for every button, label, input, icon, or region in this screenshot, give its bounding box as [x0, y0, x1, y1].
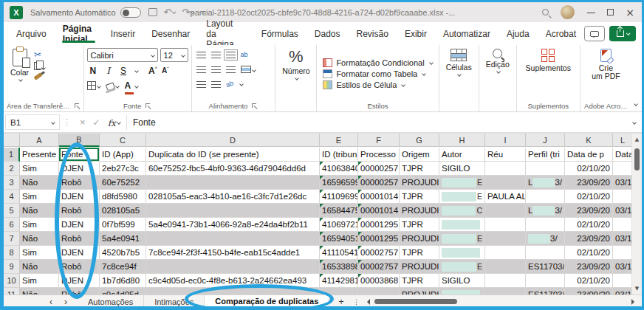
cell-L6[interactable] — [613, 218, 633, 232]
horizontal-scroll-thumb[interactable] — [374, 299, 457, 304]
cell-J9[interactable]: ES11703/ — [526, 260, 565, 274]
formula-input[interactable]: Fonte — [127, 117, 631, 128]
addins-button[interactable]: Suplementos — [522, 47, 575, 100]
cell-D8[interactable]: 7c8ce94f-2f3f-4150-b4fe-eab15c4adde1 — [146, 246, 320, 260]
cell-E2[interactable]: 41063840 — [320, 162, 358, 176]
cell-H3[interactable]: E — [439, 176, 485, 190]
sheet-tab-comparação-de-duplicatas[interactable]: Comparação de duplicatas — [205, 295, 329, 308]
cell-H11[interactable] — [439, 288, 485, 294]
editing-dropdown-icon[interactable] — [496, 69, 501, 74]
ribbon-tab-ajuda[interactable]: Ajuda — [499, 22, 538, 45]
sheet-tab-intimações[interactable]: Intimações — [144, 295, 205, 308]
cell-I6[interactable] — [485, 218, 526, 232]
cell-H10[interactable]: SIGILO — [439, 274, 485, 288]
ribbon-tab-fórmulas[interactable]: Fórmulas — [253, 22, 306, 45]
maximize-icon[interactable] — [607, 9, 614, 16]
format-painter-icon[interactable] — [34, 72, 43, 80]
cell-J6[interactable] — [526, 218, 565, 232]
cell-C3[interactable]: 60e75252 — [100, 176, 146, 190]
cell-K4[interactable]: 02/10/20 — [565, 190, 613, 204]
align-left-icon[interactable] — [196, 66, 206, 73]
cell-I9[interactable] — [485, 260, 526, 274]
cell-K5[interactable]: 23/09/20 — [565, 204, 613, 218]
undo-icon[interactable]: ↶ — [164, 7, 176, 18]
row-header-8[interactable]: 8 — [4, 246, 20, 260]
cell-A5[interactable]: Não — [20, 204, 59, 218]
cell-L1[interactable]: Data c — [613, 148, 633, 162]
cell-G2[interactable]: TJPR — [400, 162, 439, 176]
cell-E8[interactable]: 41110541 — [320, 246, 358, 260]
cell-L3[interactable]: 03/10, — [613, 176, 633, 190]
ribbon-tab-acrobat[interactable]: Acrobat — [538, 22, 584, 45]
row-header-7[interactable]: 7 — [4, 232, 20, 246]
cell-E5[interactable]: 16584475 — [320, 204, 358, 218]
search-icon[interactable] — [542, 9, 549, 16]
cell-L9[interactable]: 03/10, — [613, 260, 633, 274]
cell-D6[interactable]: 5a4e0941-73b1-4066-92a8-e24da4bf2b11 — [146, 218, 320, 232]
cell-I5[interactable] — [485, 204, 526, 218]
col-header-L[interactable]: L — [613, 134, 633, 147]
number-dropdown-icon[interactable] — [295, 76, 299, 80]
clipboard-dialog-launcher-icon[interactable] — [74, 103, 80, 109]
cell-I8[interactable] — [485, 246, 526, 260]
cell-H4[interactable]: E — [439, 190, 485, 204]
alignment-dialog-launcher-icon[interactable] — [251, 103, 258, 109]
cell-B11[interactable]: Robô — [59, 288, 100, 294]
comments-button[interactable] — [584, 26, 605, 41]
scrollbar-grip-icon[interactable]: ⋮ — [353, 298, 360, 306]
paste-dropdown-icon[interactable] — [18, 78, 23, 82]
styles-button-formatar-como-tabela[interactable]: Formatar como Tabela — [323, 69, 432, 78]
cell-E11[interactable] — [320, 288, 358, 294]
cell-H6[interactable] — [439, 218, 485, 232]
cell-B9[interactable]: Robô — [59, 260, 100, 274]
col-header-J[interactable]: J — [526, 134, 565, 147]
font-color-button[interactable]: A — [125, 78, 138, 94]
cell-A2[interactable]: Sim — [20, 162, 59, 176]
cell-A9[interactable]: Não — [20, 260, 59, 274]
cell-C5[interactable]: 028105a5 — [100, 204, 146, 218]
col-header-B[interactable]: B — [59, 134, 100, 147]
cell-K11[interactable]: 23/09/20 — [565, 288, 613, 294]
cell-H7[interactable]: E — [439, 232, 485, 246]
ribbon-tab-revisão[interactable]: Revisão — [349, 22, 397, 45]
share-button[interactable] — [609, 26, 636, 41]
ribbon-tab-automatizar[interactable]: Automatizar — [435, 22, 499, 45]
cell-C11[interactable]: c9c4d05d — [100, 288, 146, 294]
cell-C8[interactable]: 4520b7b5 — [100, 246, 146, 260]
next-sheet-icon[interactable]: › — [64, 297, 67, 307]
italic-button[interactable]: I — [103, 66, 113, 76]
decrease-indent-icon[interactable] — [196, 81, 206, 88]
merge-center-button[interactable] — [241, 63, 256, 76]
scroll-right-icon[interactable] — [631, 299, 637, 305]
cell-L7[interactable]: 03/10, — [613, 232, 633, 246]
cell-D11[interactable] — [146, 288, 320, 294]
cell-I11[interactable] — [485, 288, 526, 294]
cell-L10[interactable] — [613, 274, 633, 288]
row-header-10[interactable]: 10 — [4, 274, 20, 288]
cell-C7[interactable]: 5a4e0941 — [100, 232, 146, 246]
cell-K10[interactable]: 02/10/20 — [565, 274, 613, 288]
scroll-left-icon[interactable] — [364, 299, 370, 305]
select-all-corner[interactable] — [4, 134, 20, 147]
cell-L4[interactable] — [613, 190, 633, 204]
cell-A4[interactable]: Sim — [20, 190, 59, 204]
vertical-scroll-thumb[interactable] — [634, 148, 640, 170]
cell-F4[interactable]: 00001014 — [358, 190, 400, 204]
name-box[interactable]: B1 — [5, 114, 60, 130]
ribbon-tab-arquivo[interactable]: Arquivo — [8, 22, 55, 45]
cell-L8[interactable] — [613, 246, 633, 260]
cell-E9[interactable]: 16533898 — [320, 260, 358, 274]
wrap-text-icon[interactable]: ab — [241, 51, 248, 58]
align-right-icon[interactable] — [226, 66, 236, 73]
cell-A8[interactable]: Sim — [20, 246, 59, 260]
cell-G5[interactable]: PROJUDI, — [400, 204, 439, 218]
row-header-4[interactable]: 4 — [4, 190, 20, 204]
cell-J11[interactable]: ES11703/ — [526, 288, 565, 294]
cell-F3[interactable]: 00000257 — [358, 176, 400, 190]
cell-B3[interactable]: Robô — [59, 176, 100, 190]
collapse-ribbon-icon[interactable] — [634, 102, 638, 106]
autosave-toggle[interactable] — [120, 7, 141, 18]
cell-G4[interactable]: TJPR — [400, 190, 439, 204]
cell-I10[interactable] — [485, 274, 526, 288]
add-sheet-button[interactable]: + — [329, 295, 353, 308]
